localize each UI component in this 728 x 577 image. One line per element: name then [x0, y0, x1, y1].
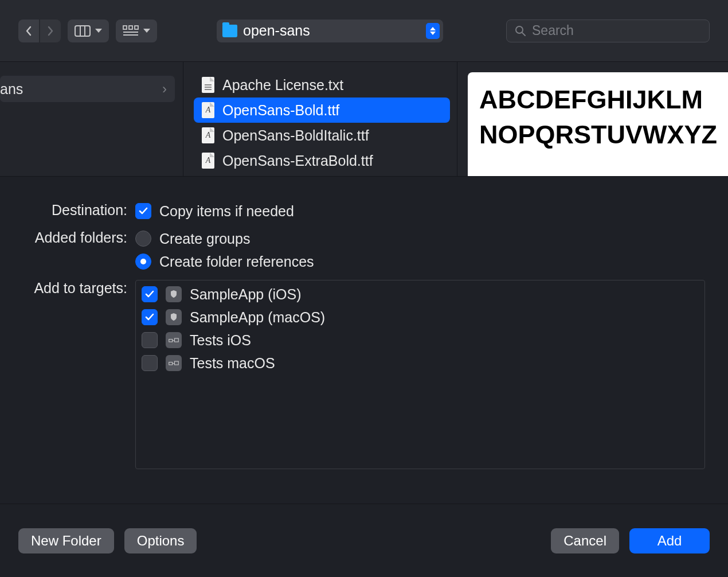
browser-column-files: Apache License.txtAOpenSans-Bold.ttfAOpe…: [183, 62, 457, 176]
file-row[interactable]: Apache License.txt: [194, 72, 450, 98]
svg-rect-0: [75, 26, 90, 36]
preview-line: NOPQRSTUVWXYZ: [479, 118, 728, 153]
test-target-icon: [166, 332, 182, 348]
preview-line: ABCDEFGHIJKLM: [479, 83, 728, 118]
file-browser: ans › Apache License.txtAOpenSans-Bold.t…: [0, 62, 728, 177]
search-icon: [515, 25, 526, 37]
back-button[interactable]: [18, 20, 39, 42]
chevron-left-icon: [25, 26, 33, 36]
cancel-button[interactable]: Cancel: [551, 528, 619, 553]
destination-label: Destination:: [0, 200, 127, 223]
target-name: SampleApp (iOS): [190, 286, 302, 303]
chevron-down-icon: [95, 29, 102, 33]
parent-folder-row[interactable]: ans ›: [0, 76, 175, 102]
added-folders-label: Added folders:: [0, 227, 127, 273]
test-target-icon: [166, 355, 182, 371]
font-file-icon: A: [202, 153, 214, 169]
font-file-icon: A: [202, 102, 214, 118]
options-button[interactable]: Options: [124, 528, 197, 553]
add-options-panel: Destination: Copy items if needed Added …: [0, 177, 728, 504]
targets-list: SampleApp (iOS)SampleApp (macOS)Tests iO…: [135, 280, 705, 469]
svg-rect-10: [169, 340, 173, 342]
chevron-right-icon: ›: [162, 81, 167, 97]
target-name: Tests macOS: [190, 355, 275, 372]
font-preview: ABCDEFGHIJKLM NOPQRSTUVWXYZ: [468, 72, 728, 176]
svg-rect-5: [135, 26, 138, 29]
target-row[interactable]: Tests macOS: [142, 352, 699, 375]
text-file-icon: [202, 77, 214, 93]
parent-folder-label: ans: [0, 81, 23, 98]
add-button[interactable]: Add: [629, 528, 710, 553]
nav-buttons: [18, 20, 61, 42]
file-row[interactable]: AOpenSans-BoldItalic.ttf: [194, 123, 450, 148]
file-row[interactable]: AOpenSans-ExtraBold.ttf: [194, 148, 450, 173]
target-row[interactable]: SampleApp (macOS): [142, 306, 699, 329]
target-checkbox[interactable]: [142, 332, 158, 348]
path-label: open-sans: [243, 22, 420, 39]
file-row[interactable]: AOpenSans-Bold.ttf: [194, 98, 450, 123]
svg-rect-3: [123, 26, 127, 29]
target-name: SampleApp (macOS): [190, 309, 325, 326]
svg-rect-11: [175, 338, 179, 342]
target-row[interactable]: Tests iOS: [142, 329, 699, 352]
browser-column-parent: ans ›: [0, 62, 183, 176]
svg-point-8: [516, 26, 523, 33]
create-folder-references-radio[interactable]: [135, 254, 151, 270]
copy-items-label: Copy items if needed: [159, 203, 294, 220]
target-row[interactable]: SampleApp (iOS): [142, 283, 699, 306]
search-field[interactable]: [506, 20, 710, 42]
target-checkbox[interactable]: [142, 355, 158, 371]
file-name: OpenSans-BoldItalic.ttf: [222, 127, 369, 144]
file-name: Apache License.txt: [222, 77, 343, 93]
view-columns-button[interactable]: [68, 20, 109, 42]
chevron-right-icon: [46, 26, 54, 36]
target-checkbox[interactable]: [142, 286, 158, 302]
dialog-footer: New Folder Options Cancel Add: [0, 504, 728, 577]
create-groups-label: Create groups: [159, 231, 250, 247]
columns-icon: [75, 25, 91, 37]
font-file-icon: A: [202, 127, 214, 143]
target-checkbox[interactable]: [142, 309, 158, 325]
group-by-button[interactable]: [116, 20, 157, 42]
app-target-icon: [166, 286, 182, 302]
chevron-down-icon: [143, 29, 150, 33]
app-target-icon: [166, 309, 182, 325]
path-control[interactable]: open-sans: [217, 20, 443, 42]
svg-line-9: [522, 33, 525, 36]
svg-rect-4: [129, 26, 132, 29]
new-folder-button[interactable]: New Folder: [18, 528, 114, 553]
file-name: OpenSans-ExtraBold.ttf: [222, 153, 373, 169]
folder-icon: [222, 25, 237, 37]
check-icon: [138, 206, 148, 216]
toolbar: open-sans: [0, 0, 728, 62]
add-to-targets-label: Add to targets:: [0, 278, 127, 469]
copy-items-checkbox[interactable]: [135, 203, 151, 219]
browser-column-preview: ABCDEFGHIJKLM NOPQRSTUVWXYZ: [457, 62, 728, 176]
create-groups-radio[interactable]: [135, 231, 151, 247]
search-input[interactable]: [532, 23, 701, 38]
grid-group-icon: [123, 25, 139, 37]
svg-rect-13: [169, 362, 173, 365]
create-folder-references-label: Create folder references: [159, 254, 314, 270]
target-name: Tests iOS: [190, 332, 251, 349]
forward-button[interactable]: [40, 20, 61, 42]
file-name: OpenSans-Bold.ttf: [222, 102, 339, 119]
path-stepper[interactable]: [426, 23, 440, 39]
svg-rect-14: [175, 361, 179, 365]
